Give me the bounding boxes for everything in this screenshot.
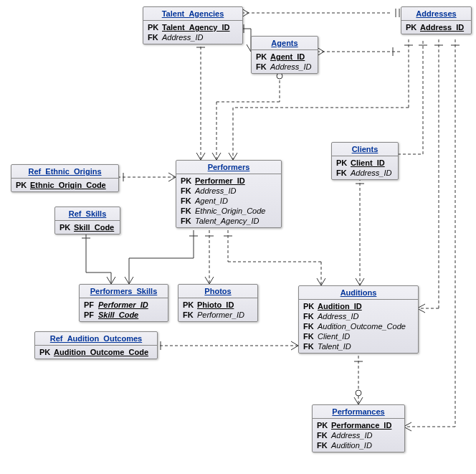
entity-title: Ref_Ethnic_Origins [11,165,118,179]
entity-performers: Performers PKPerformer_ID FKAddress_ID F… [176,160,282,228]
entity-ref-ethnic-origins: Ref_Ethnic_Origins PKEthnic_Origin_Code [11,164,119,192]
attr: PKPerformer_ID [179,176,278,186]
entity-title: Talent_Agencies [143,7,242,21]
entity-title: Photos [178,285,257,298]
attr: PKEthnic_Origin_Code [14,180,115,190]
attr: FKAudition_ID [315,440,401,450]
entity-body: PKAgent_ID FKAddress_ID [252,50,318,73]
entity-body: PKPerformer_ID FKAddress_ID FKAgent_ID F… [176,174,281,227]
attr: FKPerformer_ID [181,310,254,320]
entity-addresses: Addresses PKAddress_ID [401,6,472,34]
entity-agents: Agents PKAgent_ID FKAddress_ID [251,36,318,74]
attr: PKClient_ID [335,158,395,168]
entity-body: PKClient_ID FKAddress_ID [332,156,398,179]
er-diagram: Talent_Agencies PKTalent_Agency_ID FKAdd… [0,0,476,474]
attr: FKAgent_ID [179,196,278,206]
entity-body: PKSkill_Code [55,221,120,234]
entity-body: PKEthnic_Origin_Code [11,179,118,191]
entity-title: Agents [252,37,318,50]
attr: FKAddress_ID [179,186,278,196]
attr: PKAgent_ID [254,52,315,62]
entity-title: Performances [313,405,404,419]
attr: FKTalent_Agency_ID [179,216,278,226]
entity-title: Ref_Skills [55,207,120,221]
entity-body: PFPerformer_ID PFSkill_Code [80,298,168,321]
entity-ref-skills: Ref_Skills PKSkill_Code [54,207,120,234]
entity-title: Performers_Skills [80,285,168,298]
entity-body: PKPerformance_ID FKAddress_ID FKAudition… [313,419,404,452]
entity-auditions: Auditions PKAudition_ID FKAddress_ID FKA… [298,285,419,354]
attr: FKAddress_ID [146,32,239,42]
attr: FKAddress_ID [335,168,395,178]
attr: FKAddress_ID [315,430,401,440]
attr: PKPerformance_ID [315,420,401,430]
entity-talent-agencies: Talent_Agencies PKTalent_Agency_ID FKAdd… [143,6,243,44]
attr: FKAddress_ID [254,62,315,72]
attr: FKClient_ID [302,331,415,341]
entity-body: PKPhioto_ID FKPerformer_ID [178,298,257,321]
attr: FKAudition_Outcome_Code [302,321,415,331]
entity-title: Auditions [299,286,418,300]
svg-point-52 [356,390,361,396]
entity-photos: Photos PKPhioto_ID FKPerformer_ID [178,284,258,322]
attr: PKAddress_ID [404,22,468,32]
relationship-lines [0,0,476,474]
entity-body: PKAudition_ID FKAddress_ID FKAudition_Ou… [299,300,418,353]
attr: PFPerformer_ID [82,300,165,310]
attr: FKAddress_ID [302,311,415,321]
entity-title: Performers [176,161,281,174]
entity-title: Ref_Audition_Outcomes [35,332,157,346]
entity-clients: Clients PKClient_ID FKAddress_ID [331,142,399,180]
entity-performers-skills: Performers_Skills PFPerformer_ID PFSkill… [79,284,168,322]
entity-ref-audition-outcomes: Ref_Audition_Outcomes PKAudition_Outcome… [34,331,158,359]
attr: PFSkill_Code [82,310,165,320]
attr: PKSkill_Code [58,222,117,232]
attr: FKEthnic_Origin_Code [179,206,278,216]
attr: PKAudition_ID [302,301,415,311]
attr: PKTalent_Agency_ID [146,22,239,32]
entity-body: PKAddress_ID [401,21,471,34]
entity-performances: Performances PKPerformance_ID FKAddress_… [312,404,405,452]
attr: PKAudition_Outcome_Code [38,347,154,357]
entity-body: PKTalent_Agency_ID FKAddress_ID [143,21,242,44]
attr: FKTalent_ID [302,341,415,351]
entity-title: Addresses [401,7,471,21]
attr: PKPhioto_ID [181,300,254,310]
entity-body: PKAudition_Outcome_Code [35,346,157,359]
svg-point-12 [277,73,282,79]
entity-title: Clients [332,143,398,156]
